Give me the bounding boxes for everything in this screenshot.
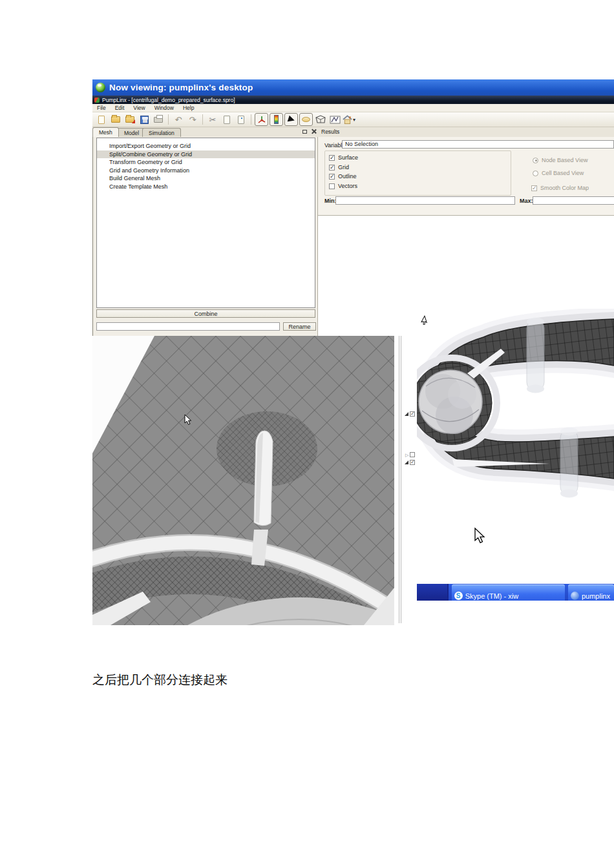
skype-icon: S — [454, 592, 463, 600]
menu-help[interactable]: Help — [178, 104, 198, 112]
tab-mesh[interactable]: Mesh — [92, 127, 119, 137]
viewer-title: Now viewing: pumplinx's desktop — [109, 83, 253, 92]
tree-row-collapsed[interactable]: ▷ — [405, 452, 415, 457]
cut-icon[interactable]: ✂ — [206, 114, 219, 126]
home-dropdown-caret[interactable]: ▾ — [353, 117, 355, 123]
cursor-arrow-icon — [475, 528, 484, 542]
list-item[interactable]: Transform Geometry or Grid — [97, 158, 315, 167]
tab-simulation[interactable]: Simulation — [142, 128, 181, 137]
tree-expanded-icon[interactable] — [405, 412, 408, 416]
document-caption: 之后把几个部分连接起来 — [92, 672, 228, 688]
splitter-line[interactable] — [399, 336, 399, 623]
import-geometry-icon[interactable] — [123, 114, 136, 126]
list-item[interactable]: Import/Export Geometry or Grid — [97, 142, 315, 150]
taskbar-button-pumplinx[interactable]: pumplinx — [568, 584, 614, 601]
variable-dropdown[interactable]: No Selection — [342, 140, 614, 149]
combine-button[interactable]: Combine — [96, 309, 315, 318]
results-panel: Variable No Selection Surface Grid Outli… — [317, 137, 614, 336]
outline-checkbox[interactable] — [329, 174, 335, 180]
menu-view[interactable]: View — [129, 104, 149, 112]
min-input[interactable] — [335, 196, 515, 205]
max-input[interactable] — [533, 196, 614, 205]
perspective-box-icon[interactable] — [314, 114, 327, 126]
tree-collapsed-icon[interactable]: ▷ — [405, 453, 408, 457]
pump-channel-image: S Skype (TM) - xiw pumplinx — [417, 309, 614, 601]
tree-row-expanded-2[interactable] — [405, 460, 415, 465]
list-item[interactable]: Build General Mesh — [97, 174, 315, 183]
node-based-view-radio-row[interactable]: Node Based View — [533, 157, 588, 163]
remote-viewer-window: Now viewing: pumplinx's desktop PumpLinx… — [92, 79, 614, 336]
menu-window[interactable]: Window — [150, 104, 178, 112]
cell-based-view-radio-row[interactable]: Cell Based View — [533, 170, 584, 176]
toolbar: ↶ ↷ ✂ ▾ — [92, 112, 614, 127]
rename-button[interactable]: Rename — [283, 322, 316, 331]
taskbar-button-partial[interactable] — [417, 584, 449, 601]
pumplinx-browser-icon — [571, 592, 579, 600]
menubar: File Edit View Window Help — [92, 104, 614, 112]
max-label: Max: — [520, 198, 533, 204]
mesh-closeup-image — [92, 336, 394, 625]
list-item[interactable]: Create Template Mesh — [97, 183, 315, 191]
plot-icon[interactable] — [328, 114, 341, 126]
dock-close-icon[interactable] — [311, 129, 317, 134]
smooth-color-map-checkbox[interactable] — [531, 185, 537, 191]
node-based-view-radio[interactable] — [533, 158, 538, 163]
paste-3d-icon[interactable] — [235, 114, 248, 126]
app-title: PumpLinx - [centrifugal_demo_prepared_su… — [102, 97, 235, 103]
cell-based-view-radio[interactable] — [533, 170, 538, 176]
menu-edit[interactable]: Edit — [111, 104, 129, 112]
vectors-checkbox-row[interactable]: Vectors — [329, 183, 357, 189]
panel-area: Import/Export Geometry or Grid Split/Com… — [92, 137, 614, 336]
smooth-color-map-row[interactable]: Smooth Color Map — [531, 185, 589, 191]
home-view-icon[interactable]: ▾ — [343, 114, 355, 126]
undo-icon[interactable]: ↶ — [172, 114, 185, 126]
green-orb-icon — [96, 83, 105, 92]
viewer-titlebar[interactable]: Now viewing: pumplinx's desktop — [92, 79, 614, 96]
windows-taskbar: S Skype (TM) - xiw pumplinx — [417, 584, 614, 601]
cursor-arrow-icon — [421, 316, 429, 326]
tab-bar: Mesh Model Simulation Results — [92, 127, 614, 137]
tab-model[interactable]: Model — [118, 128, 145, 137]
light-icon[interactable] — [299, 113, 313, 126]
tree-expanded-icon[interactable] — [405, 460, 408, 464]
outline-checkbox-row[interactable]: Outline — [329, 173, 357, 180]
axes-triad-icon[interactable] — [255, 113, 268, 126]
probe-cursor-icon[interactable] — [284, 113, 298, 126]
tree-checkbox-unchecked[interactable] — [410, 452, 415, 457]
save-icon[interactable] — [138, 114, 151, 126]
tree-checkbox-checked[interactable] — [410, 411, 415, 417]
menu-file[interactable]: File — [92, 104, 111, 112]
redo-icon[interactable]: ↷ — [186, 114, 199, 126]
grid-checkbox[interactable] — [329, 165, 335, 170]
copy-page-icon[interactable] — [220, 114, 233, 126]
splitter-line[interactable] — [401, 336, 401, 623]
list-item[interactable]: Grid and Geometry Information — [97, 167, 315, 175]
results-panel-title: Results — [321, 129, 339, 135]
surface-checkbox-row[interactable]: Surface — [329, 154, 358, 161]
tree-row-expanded-1[interactable] — [405, 411, 415, 417]
tree-checkbox-checked[interactable] — [410, 460, 415, 465]
print-icon[interactable] — [152, 114, 165, 126]
rename-input[interactable] — [96, 322, 280, 331]
app-titlebar[interactable]: PumpLinx - [centrifugal_demo_prepared_su… — [92, 96, 614, 104]
mesh-operations-list[interactable]: Import/Export Geometry or Grid Split/Com… — [96, 138, 315, 308]
list-item-selected[interactable]: Split/Combine Geometry or Grid — [97, 150, 315, 159]
min-label: Min: — [324, 198, 337, 204]
new-file-icon[interactable] — [95, 114, 108, 126]
vectors-checkbox[interactable] — [329, 183, 335, 189]
grid-checkbox-row[interactable]: Grid — [329, 164, 349, 170]
color-legend-icon[interactable] — [270, 113, 283, 126]
open-folder-icon[interactable] — [109, 114, 122, 126]
surface-checkbox[interactable] — [329, 155, 335, 161]
taskbar-button-skype[interactable]: S Skype (TM) - xiw — [452, 584, 565, 601]
pumplinx-logo-icon — [94, 98, 100, 103]
dock-float-icon[interactable] — [302, 130, 307, 134]
